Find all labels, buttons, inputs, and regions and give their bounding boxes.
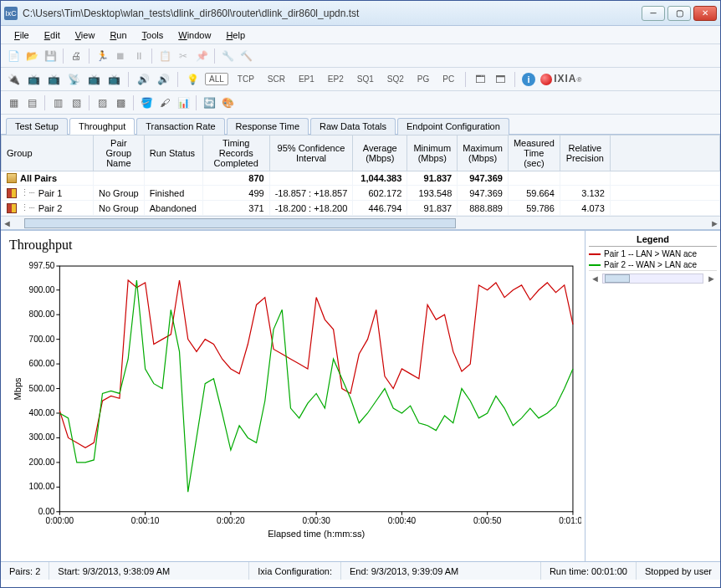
status-start: Start: 9/3/2013, 9:38:09 AM xyxy=(49,562,249,580)
svg-text:300.00: 300.00 xyxy=(29,432,55,442)
layout-icon[interactable]: ▤ xyxy=(24,95,39,110)
tab-raw-data-totals[interactable]: Raw Data Totals xyxy=(310,118,396,135)
scroll-left-icon[interactable]: ◄ xyxy=(589,274,601,284)
scroll-right-icon[interactable]: ► xyxy=(705,274,717,284)
filter-tcp[interactable]: TCP xyxy=(233,72,258,86)
palette-icon[interactable]: 🎨 xyxy=(220,95,235,110)
layout-icon[interactable]: ▧ xyxy=(69,95,84,110)
filter-scr[interactable]: SCR xyxy=(263,72,289,86)
open-icon[interactable]: 📂 xyxy=(24,49,39,64)
col-group[interactable]: Group xyxy=(2,135,94,171)
col-ci[interactable]: 95% Confidence Interval xyxy=(269,135,353,171)
status-end: End: 9/3/2013, 9:39:09 AM xyxy=(341,562,541,580)
svg-text:997.50: 997.50 xyxy=(29,261,55,270)
pause-icon[interactable]: ⏸ xyxy=(131,49,146,64)
view-icon[interactable]: 🗖 xyxy=(493,72,508,87)
stop-icon[interactable]: ⏹ xyxy=(113,49,128,64)
col-timing[interactable]: Timing Records Completed xyxy=(202,135,269,171)
col-min[interactable]: Minimum (Mbps) xyxy=(407,135,458,171)
toolbar-layout: ▦ ▤ ▥ ▧ ▨ ▩ 🪣 🖌 📊 🔄 🎨 xyxy=(1,91,720,115)
menu-edit[interactable]: Edit xyxy=(38,28,67,42)
menu-window[interactable]: Window xyxy=(171,28,217,42)
legend-item[interactable]: Pair 1 -- LAN > WAN ace xyxy=(589,248,717,259)
cut-icon[interactable]: ✂ xyxy=(176,49,191,64)
chart-title: Throughput xyxy=(9,238,581,253)
filter-ep2[interactable]: EP2 xyxy=(324,72,348,86)
filter-icon[interactable]: 🔊 xyxy=(136,72,151,87)
maximize-button[interactable]: ▢ xyxy=(667,6,691,21)
close-button[interactable]: ✕ xyxy=(693,6,717,21)
tool-icon[interactable]: 🔄 xyxy=(202,95,217,110)
layout-icon[interactable]: ▨ xyxy=(95,95,110,110)
legend-title: Legend xyxy=(589,234,717,247)
tab-response-time[interactable]: Response Time xyxy=(227,118,309,135)
filter-icon[interactable]: 📺 xyxy=(46,72,61,87)
tool-icon[interactable]: 🔨 xyxy=(238,49,253,64)
svg-text:0:00:00: 0:00:00 xyxy=(46,516,74,525)
legend-swatch xyxy=(589,253,601,255)
filter-icon[interactable]: 🔊 xyxy=(156,72,171,87)
col-run-status[interactable]: Run Status xyxy=(144,135,202,171)
tool-icon[interactable]: 🪣 xyxy=(139,95,154,110)
filter-icon[interactable]: 🔌 xyxy=(6,72,21,87)
tool-icon[interactable]: 🔧 xyxy=(220,49,235,64)
tool-icon[interactable]: 📊 xyxy=(176,95,191,110)
scroll-right-icon[interactable]: ► xyxy=(708,218,720,228)
legend-label: Pair 2 -- WAN > LAN ace xyxy=(604,260,697,269)
legend-h-scrollbar[interactable]: ◄ ► xyxy=(589,270,717,284)
menu-help[interactable]: Help xyxy=(219,28,252,42)
svg-text:600.00: 600.00 xyxy=(29,359,55,368)
filter-ep1[interactable]: EP1 xyxy=(294,72,319,86)
col-avg[interactable]: Average (Mbps) xyxy=(353,135,407,171)
table-row[interactable]: ⋮┈ Pair 1No GroupFinished499-18.857 : +1… xyxy=(2,186,720,201)
tab-bar: Test Setup Throughput Transaction Rate R… xyxy=(1,115,720,135)
layout-icon[interactable]: ▦ xyxy=(6,95,21,110)
tab-throughput[interactable]: Throughput xyxy=(69,118,135,135)
filter-sq2[interactable]: SQ2 xyxy=(383,72,408,86)
filter-all-button[interactable]: ALL xyxy=(205,73,228,85)
menu-file[interactable]: File xyxy=(8,28,36,42)
save-icon[interactable]: 💾 xyxy=(43,49,58,64)
scroll-left-icon[interactable]: ◄ xyxy=(1,218,13,228)
menu-tools[interactable]: Tools xyxy=(136,28,171,42)
layout-icon[interactable]: ▩ xyxy=(113,95,128,110)
run-icon[interactable]: 🏃 xyxy=(95,49,110,64)
book-icon xyxy=(7,203,17,213)
svg-text:100.00: 100.00 xyxy=(29,482,55,491)
filter-sq1[interactable]: SQ1 xyxy=(353,72,378,86)
grid-h-scrollbar[interactable]: ◄ ► xyxy=(1,216,720,229)
tool-icon[interactable]: 🖌 xyxy=(157,95,172,110)
filter-icon[interactable]: 📺 xyxy=(86,72,101,87)
tab-endpoint-configuration[interactable]: Endpoint Configuration xyxy=(397,118,509,135)
col-measured[interactable]: Measured Time (sec) xyxy=(508,135,560,171)
filter-icon[interactable]: 📺 xyxy=(26,72,41,87)
table-row[interactable]: ⋮┈ Pair 2No GroupAbandoned371-18.200 : +… xyxy=(2,201,720,216)
filter-icon[interactable]: 📡 xyxy=(66,72,81,87)
svg-text:Elapsed time (h:mm:ss): Elapsed time (h:mm:ss) xyxy=(268,529,365,539)
svg-text:0:00:10: 0:00:10 xyxy=(131,516,160,525)
col-max[interactable]: Maximum (Mbps) xyxy=(458,135,509,171)
menu-run[interactable]: Run xyxy=(103,28,133,42)
filter-pg[interactable]: PG xyxy=(413,72,433,86)
filter-pc[interactable]: PC xyxy=(438,72,458,86)
copy-icon[interactable]: 📋 xyxy=(157,49,172,64)
bulb-icon[interactable]: 💡 xyxy=(185,72,200,87)
legend-item[interactable]: Pair 2 -- WAN > LAN ace xyxy=(589,259,717,270)
new-icon[interactable]: 📄 xyxy=(6,49,21,64)
paste-icon[interactable]: 📌 xyxy=(194,49,209,64)
chart-panel: Throughput 0.00100.00200.00300.00400.005… xyxy=(1,231,585,561)
tab-transaction-rate[interactable]: Transaction Rate xyxy=(136,118,224,135)
svg-text:0.00: 0.00 xyxy=(38,507,55,516)
info-icon[interactable]: i xyxy=(522,73,535,86)
filter-icon[interactable]: 📺 xyxy=(106,72,121,87)
table-row[interactable]: All Pairs8701,044.38391.837947.369 xyxy=(2,171,720,186)
layout-icon[interactable]: ▥ xyxy=(50,95,65,110)
menu-view[interactable]: View xyxy=(69,28,102,42)
minimize-button[interactable]: ─ xyxy=(642,6,665,21)
view-icon[interactable]: 🗔 xyxy=(473,72,488,87)
col-pair-group[interactable]: Pair Group Name xyxy=(94,135,145,171)
col-precision[interactable]: Relative Precision xyxy=(560,135,610,171)
print-icon[interactable]: 🖨 xyxy=(69,49,84,64)
toolbar-filters: 🔌 📺 📺 📡 📺 📺 🔊 🔊 💡 ALL TCP SCR EP1 EP2 SQ… xyxy=(1,68,720,91)
tab-test-setup[interactable]: Test Setup xyxy=(6,118,68,135)
